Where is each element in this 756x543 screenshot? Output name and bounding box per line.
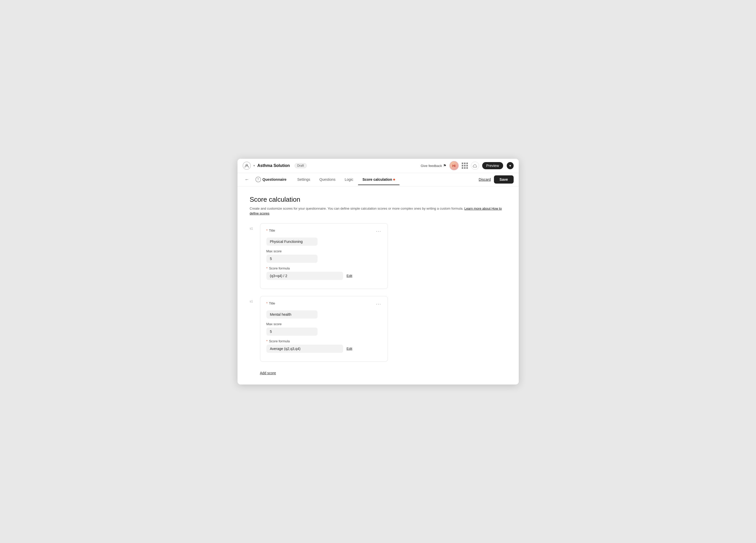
questionnaire-label: Questionnaire <box>263 177 287 182</box>
score-card-2: * Title ··· Max score * Score formula <box>260 296 388 362</box>
topbar-right: Give feedback ⚑ Hi Preview ▾ <box>421 161 514 170</box>
max-score-field-group-1: Max score <box>266 249 381 263</box>
user-avatar[interactable]: Hi <box>449 161 459 170</box>
topbar-chevron-icon[interactable]: ▾ <box>253 164 255 167</box>
navbar: ← ? Questionnaire Settings Questions Log… <box>238 173 519 186</box>
formula-label-2: * Score formula <box>266 339 381 343</box>
required-star-formula-1: * <box>266 266 268 270</box>
edit-formula-button-2[interactable]: Edit <box>347 347 352 350</box>
edit-formula-button-1[interactable]: Edit <box>347 274 352 278</box>
card-header-2: * Title ··· <box>266 301 381 307</box>
logo-icon[interactable] <box>243 162 251 170</box>
more-options-button-2[interactable]: ··· <box>376 302 381 306</box>
add-score-area: Add score <box>260 369 506 375</box>
tab-settings[interactable]: Settings <box>293 174 315 185</box>
preview-dropdown-button[interactable]: ▾ <box>507 162 514 169</box>
score-row-2: s1 * Title ··· Max score <box>250 296 506 362</box>
required-star-1: * <box>266 229 268 232</box>
cloud-icon[interactable] <box>471 162 479 170</box>
preview-button[interactable]: Preview <box>482 162 503 169</box>
main-content: Score calculation Create and customize s… <box>238 186 519 384</box>
description-text: Create and customize scores for your que… <box>250 207 464 210</box>
required-star-2: * <box>266 301 268 305</box>
formula-input-2[interactable] <box>266 345 343 353</box>
max-score-label-1: Max score <box>266 249 381 253</box>
title-field-group-1 <box>266 237 381 246</box>
grid-menu-icon[interactable] <box>462 163 468 169</box>
give-feedback-label: Give feedback <box>421 164 442 168</box>
tab-questions[interactable]: Questions <box>315 174 340 185</box>
flag-icon: ⚑ <box>443 163 446 168</box>
score-row-1: s1 * Title ··· Max score <box>250 223 506 289</box>
tab-score-calculation-label: Score calculation <box>363 177 392 182</box>
page-title: Score calculation <box>250 196 506 203</box>
formula-field-group-2: * Score formula Edit <box>266 339 381 353</box>
page-description: Create and customize scores for your que… <box>250 206 506 216</box>
max-score-field-group-2: Max score <box>266 322 381 336</box>
max-score-input-1[interactable] <box>266 255 318 263</box>
formula-field-group-1: * Score formula Edit <box>266 266 381 280</box>
title-field-label-2: * Title <box>266 301 275 305</box>
questionnaire-icon: ? <box>255 177 261 182</box>
give-feedback-link[interactable]: Give feedback ⚑ <box>421 163 446 168</box>
more-options-button-1[interactable]: ··· <box>376 229 381 233</box>
formula-label-1: * Score formula <box>266 266 381 270</box>
topbar: ▾ Asthma Solution Draft Give feedback ⚑ … <box>238 159 519 173</box>
draft-badge: Draft <box>295 163 307 168</box>
tab-score-calculation[interactable]: Score calculation <box>358 174 400 185</box>
nav-questionnaire: ? Questionnaire <box>255 177 287 182</box>
title-field-group-2 <box>266 310 381 319</box>
tab-logic[interactable]: Logic <box>340 174 358 185</box>
add-score-button[interactable]: Add score <box>260 371 276 375</box>
score-formula-row-2: Edit <box>266 345 381 353</box>
card-header-1: * Title ··· <box>266 229 381 234</box>
max-score-input-2[interactable] <box>266 327 318 336</box>
active-dot <box>393 179 395 180</box>
title-field-label-1: * Title <box>266 229 275 232</box>
app-title: Asthma Solution <box>257 163 290 168</box>
discard-button[interactable]: Discard <box>479 177 491 182</box>
save-button[interactable]: Save <box>494 175 514 184</box>
score-card-1: * Title ··· Max score * Score formula <box>260 223 388 289</box>
score-label-1: s1 <box>250 227 257 230</box>
score-label-2: s1 <box>250 300 257 303</box>
max-score-label-2: Max score <box>266 322 381 326</box>
title-input-2[interactable] <box>266 310 318 319</box>
formula-input-1[interactable] <box>266 272 343 280</box>
nav-tabs: Settings Questions Logic Score calculati… <box>293 174 479 185</box>
nav-actions: Discard Save <box>479 175 513 184</box>
preview-label: Preview <box>486 164 499 168</box>
required-star-formula-2: * <box>266 339 268 343</box>
app-window: ▾ Asthma Solution Draft Give feedback ⚑ … <box>238 159 519 384</box>
title-input-1[interactable] <box>266 237 318 246</box>
score-formula-row-1: Edit <box>266 272 381 280</box>
back-button[interactable]: ← <box>243 176 251 183</box>
